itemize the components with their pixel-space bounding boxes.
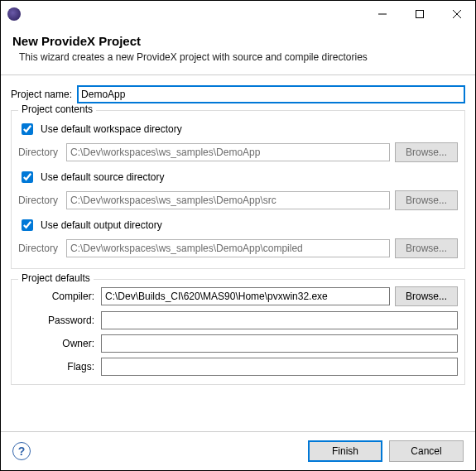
use-default-source-label: Use default source directory [41, 171, 164, 183]
flags-input[interactable] [101, 358, 458, 376]
workspace-dir-browse-button: Browse... [395, 142, 458, 162]
output-dir-browse-button: Browse... [395, 238, 458, 258]
project-contents-title: Project contents [18, 103, 96, 115]
project-name-label: Project name: [11, 89, 72, 100]
svg-rect-1 [416, 11, 423, 18]
password-input[interactable] [101, 311, 458, 329]
workspace-dir-label: Directory [18, 147, 61, 158]
finish-button[interactable]: Finish [308, 440, 382, 462]
close-button[interactable] [438, 2, 475, 26]
dialog-body: Project name: Project contents Use defau… [1, 75, 475, 431]
owner-input[interactable] [101, 334, 458, 353]
help-icon[interactable]: ? [12, 442, 31, 460]
dialog-header: New ProvideX Project This wizard creates… [1, 27, 475, 75]
use-default-output-checkbox[interactable] [22, 219, 33, 231]
output-dir-input [66, 239, 390, 257]
dialog-title: New ProvideX Project [12, 34, 464, 48]
use-default-workspace-label: Use default workspace directory [41, 123, 182, 135]
password-label: Password: [18, 315, 96, 326]
project-name-input[interactable] [77, 85, 465, 103]
compiler-browse-button[interactable]: Browse... [395, 286, 458, 306]
source-dir-label: Directory [18, 195, 61, 206]
flags-label: Flags: [18, 361, 96, 372]
use-default-source-checkbox[interactable] [22, 171, 33, 183]
minimize-button[interactable] [363, 2, 401, 26]
use-default-workspace-checkbox[interactable] [22, 123, 33, 135]
eclipse-icon [7, 7, 21, 21]
project-defaults-group: Project defaults Compiler: Browse... Pas… [11, 279, 465, 385]
compiler-input[interactable] [101, 287, 390, 305]
use-default-output-label: Use default output directory [41, 219, 162, 231]
owner-label: Owner: [18, 338, 96, 349]
titlebar [1, 1, 475, 27]
cancel-button[interactable]: Cancel [389, 440, 464, 462]
maximize-button[interactable] [401, 2, 438, 26]
dialog-footer: ? Finish Cancel [1, 431, 475, 470]
source-dir-browse-button: Browse... [395, 190, 458, 210]
dialog-subtitle: This wizard creates a new ProvideX proje… [19, 51, 464, 63]
output-dir-label: Directory [18, 243, 61, 254]
project-defaults-title: Project defaults [18, 272, 94, 284]
source-dir-input [66, 191, 390, 209]
project-contents-group: Project contents Use default workspace d… [11, 110, 465, 269]
workspace-dir-input [66, 143, 390, 161]
compiler-label: Compiler: [18, 291, 96, 302]
